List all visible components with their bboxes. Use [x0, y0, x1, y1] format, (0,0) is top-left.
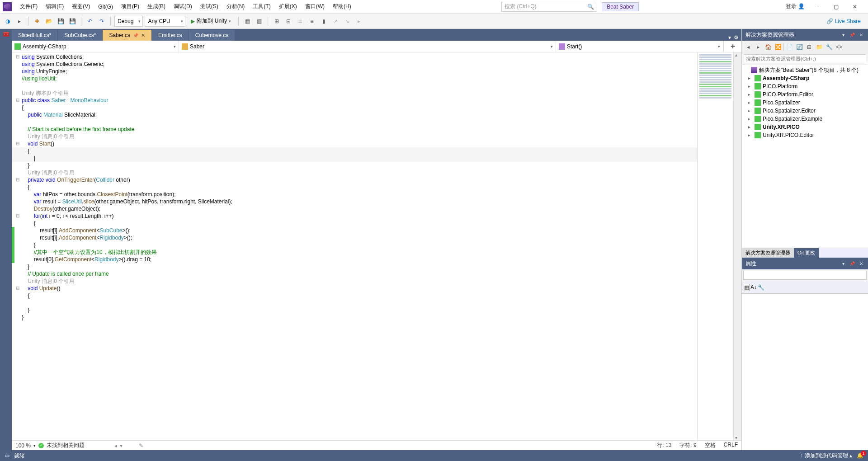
code-line[interactable]: |: [12, 155, 697, 162]
code-line[interactable]: using System.Collections.Generic;: [12, 61, 697, 68]
platform-dropdown[interactable]: Any CPU: [145, 16, 185, 27]
quick-search-input[interactable]: 搜索 (Ctrl+Q) 🔍: [501, 2, 596, 12]
project-node[interactable]: ▸PICO.Platform.Editor: [742, 90, 868, 99]
pane-close-icon[interactable]: ✕: [858, 33, 864, 38]
nav-member-dropdown[interactable]: Start(): [556, 41, 723, 52]
code-line[interactable]: {: [12, 104, 697, 111]
code-line[interactable]: [12, 82, 697, 89]
project-node[interactable]: ▸Unity.XR.PICO: [742, 123, 868, 131]
menu-project[interactable]: 项目(P): [118, 1, 143, 12]
nav-project-dropdown[interactable]: Assembly-CSharp: [12, 41, 179, 52]
line-indicator[interactable]: 行: 13: [657, 442, 671, 449]
se-showall-icon[interactable]: 📁: [815, 42, 824, 52]
tb-icon-3[interactable]: ⊞: [272, 16, 282, 26]
indent-indicator[interactable]: 空格: [705, 442, 716, 449]
code-line[interactable]: }: [12, 162, 697, 169]
config-dropdown[interactable]: Debug: [114, 16, 143, 27]
menu-extensions[interactable]: 扩展(X): [275, 1, 301, 12]
tb-icon-9[interactable]: ↘: [342, 16, 352, 26]
tab-slicedhull[interactable]: SlicedHull.cs*: [12, 30, 57, 41]
code-line[interactable]: ⊟ private void OnTriggerEnter(Collider o…: [12, 176, 697, 183]
project-node[interactable]: ▸Unity.XR.PICO.Editor: [742, 131, 868, 139]
se-home-icon[interactable]: 🏠: [764, 42, 773, 52]
split-editor-button[interactable]: ✚: [723, 41, 741, 52]
code-line[interactable]: [12, 118, 697, 126]
menu-file[interactable]: 文件(F): [16, 1, 41, 12]
tab-subcube[interactable]: SubCube.cs*: [58, 30, 102, 41]
code-line[interactable]: }: [12, 314, 697, 321]
prop-pin-icon[interactable]: 📌: [849, 261, 855, 266]
run-attach-button[interactable]: ▶ 附加到 Unity ▾: [187, 16, 235, 27]
code-line[interactable]: Unity 消息|0 个引用: [12, 169, 697, 176]
code-editor[interactable]: ⊟using System.Collections;using System.C…: [12, 52, 697, 440]
window-minimize-button[interactable]: ─: [810, 2, 824, 11]
tab-git-changes[interactable]: Git 更改: [794, 248, 819, 258]
tb-icon-6[interactable]: ≡: [307, 16, 317, 26]
pane-pin-icon[interactable]: 📌: [849, 33, 855, 38]
zoom-level[interactable]: 100 %: [15, 442, 31, 449]
prop-wrench-icon[interactable]: 🔧: [758, 284, 764, 291]
pane-dropdown-icon[interactable]: ▾: [840, 33, 846, 38]
code-line[interactable]: Destroy(other.gameObject);: [12, 205, 697, 212]
eol-indicator[interactable]: CRLF: [724, 442, 738, 449]
undo-button[interactable]: ↶: [85, 16, 95, 26]
tab-saber[interactable]: Saber.cs 📌 ✕: [103, 30, 151, 41]
tab-cubemove[interactable]: Cubemove.cs: [189, 30, 235, 41]
menu-git[interactable]: Git(G): [94, 2, 117, 12]
back-button[interactable]: ◑: [3, 16, 13, 26]
properties-object-dropdown[interactable]: [743, 271, 867, 280]
code-line[interactable]: //using liceUtil;: [12, 75, 697, 82]
prop-close-icon[interactable]: ✕: [858, 261, 864, 266]
tb-icon-5[interactable]: ≣: [295, 16, 305, 26]
menu-edit[interactable]: 编辑(E): [42, 1, 67, 12]
tab-solution-explorer[interactable]: 解决方案资源管理器: [742, 248, 794, 258]
code-line[interactable]: Unity 消息|0 个引用: [12, 133, 697, 140]
code-line[interactable]: public Material SliceMaterial;: [12, 111, 697, 118]
code-line[interactable]: }: [12, 263, 697, 270]
code-line[interactable]: }: [12, 306, 697, 314]
code-line[interactable]: var hitPos = other.bounds.ClosestPoint(t…: [12, 191, 697, 198]
redo-button[interactable]: ↷: [97, 16, 107, 26]
tb-icon-4[interactable]: ⊟: [283, 16, 293, 26]
prop-alpha-button[interactable]: A↓: [750, 284, 757, 291]
code-line[interactable]: using UnityEngine;: [12, 68, 697, 75]
toolbox-tab-icon[interactable]: 🧰: [3, 31, 9, 37]
pin-icon[interactable]: 📌: [133, 33, 138, 38]
login-button[interactable]: 登录 👤: [786, 3, 805, 10]
code-line[interactable]: {: [12, 292, 697, 299]
col-indicator[interactable]: 字符: 9: [679, 442, 696, 449]
se-preview-icon[interactable]: <>: [835, 42, 844, 52]
code-line[interactable]: Unity 脚本|0 个引用: [12, 89, 697, 97]
code-line[interactable]: [12, 299, 697, 306]
se-switch-icon[interactable]: 🔀: [774, 42, 783, 52]
code-line[interactable]: Unity 消息|0 个引用: [12, 278, 697, 285]
save-all-button[interactable]: 💾: [67, 16, 77, 26]
vertical-scrollbar[interactable]: [733, 52, 741, 440]
output-icon[interactable]: ▭: [5, 452, 9, 459]
solution-root[interactable]: 解决方案"Beat Saber"(8 个项目，共 8 个): [742, 66, 868, 74]
issues-text[interactable]: 未找到相关问题: [47, 442, 85, 449]
code-line[interactable]: result[0].GetComponent<Rigidbody>().drag…: [12, 256, 697, 263]
tab-settings-icon[interactable]: ⚙: [734, 34, 739, 41]
code-line[interactable]: {: [12, 147, 697, 155]
project-node[interactable]: ▸Pico.Spatializer: [742, 99, 868, 107]
project-node[interactable]: ▸PICO.Platform: [742, 82, 868, 90]
tb-icon-8[interactable]: ↗: [330, 16, 340, 26]
tab-emitter[interactable]: Emitter.cs: [152, 30, 189, 41]
menu-window[interactable]: 窗口(W): [302, 1, 328, 12]
menu-analyze[interactable]: 分析(N): [223, 1, 249, 12]
se-properties-icon[interactable]: 🔧: [825, 42, 834, 52]
menu-test[interactable]: 测试(S): [197, 1, 222, 12]
scm-button[interactable]: ↑ 添加到源代码管理 ▴: [800, 452, 852, 460]
code-line[interactable]: ⊟ for(int i = 0; i < result.Length; i++): [12, 212, 697, 220]
code-line[interactable]: ⊟public class Saber : MonoBehaviour: [12, 97, 697, 104]
code-line[interactable]: ⊟using System.Collections;: [12, 53, 697, 61]
notifications-button[interactable]: 🔔1: [857, 452, 863, 459]
code-line[interactable]: //其中一个空气助力设置为10，模拟出切割开的效果: [12, 249, 697, 256]
code-line[interactable]: {: [12, 220, 697, 227]
code-line[interactable]: ⊟ void Update(): [12, 285, 697, 292]
close-tab-icon[interactable]: ✕: [141, 33, 145, 38]
code-line[interactable]: var result = SliceUtil.slice(other.gameO…: [12, 198, 697, 205]
code-line[interactable]: result[i].AddComponent<Rigidbody>();: [12, 234, 697, 241]
menu-view[interactable]: 视图(V): [68, 1, 94, 12]
